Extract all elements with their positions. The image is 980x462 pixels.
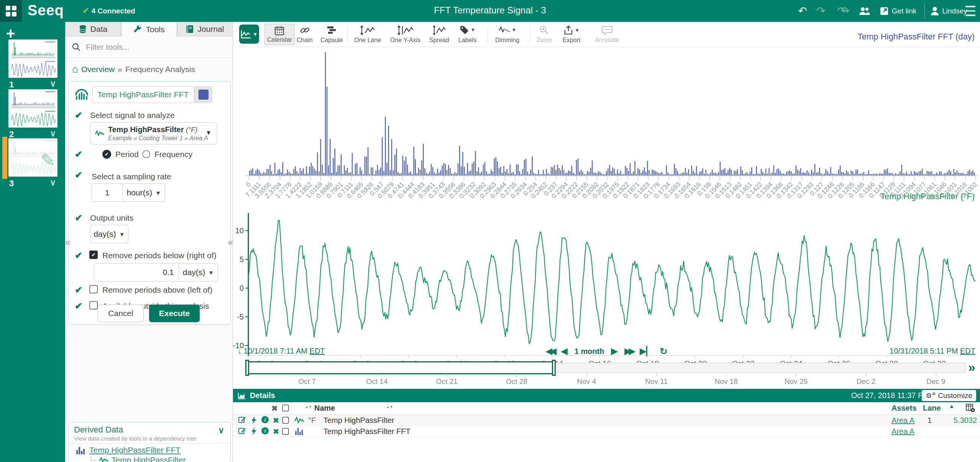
sampling-rate-unit-dropdown[interactable]: hour(s)▼ (123, 184, 165, 202)
remove-icon[interactable]: ✖ (273, 427, 279, 436)
execute-button[interactable]: Execute (149, 305, 200, 322)
sort-icon[interactable]: ▲▼ (305, 405, 312, 408)
bolt-icon[interactable] (251, 427, 257, 435)
tab-tools[interactable]: Tools (121, 22, 177, 36)
range-end-handle[interactable] (552, 360, 556, 376)
step-size-label[interactable]: 1 month (575, 347, 604, 356)
toolbar-one-y-axis-button[interactable]: One Y-Axis (388, 24, 423, 45)
signal-icon (294, 416, 304, 424)
worksheet-thumbnail-2[interactable] (8, 89, 57, 128)
toolbar-labels-button[interactable]: ▼ Labels (456, 24, 479, 45)
range-start-handle[interactable] (245, 360, 249, 376)
color-swatch-button[interactable] (194, 86, 213, 103)
edit-icon[interactable] (238, 416, 246, 424)
timezone-link[interactable]: EDT (960, 347, 975, 355)
breadcrumb-current: Frequency Analysis (125, 65, 195, 74)
time-range-selected-region[interactable] (247, 361, 554, 374)
step-to-end-button[interactable]: ▶▏ (640, 346, 653, 356)
derived-signal-link[interactable]: Temp HighPassFilter (112, 455, 186, 462)
assets-column-header[interactable]: Assets (891, 404, 917, 413)
details-row-signal[interactable]: i ✖ °F Temp HighPassFilter Area A 1 5.30… (233, 415, 980, 426)
undo-button[interactable]: ↶ (794, 0, 811, 22)
remove-below-input[interactable] (94, 264, 179, 281)
toolbar-spread-button[interactable]: Spread (427, 24, 451, 45)
sampling-rate-input[interactable] (92, 184, 123, 202)
derived-data-subtitle: View data created by tools in a dependen… (74, 435, 197, 442)
info-icon[interactable]: i (261, 416, 269, 423)
add-worksheet-button[interactable]: + (6, 26, 15, 40)
filter-tools-input[interactable] (85, 42, 213, 52)
toolbar-export-button[interactable]: ▼ Export (560, 24, 583, 45)
redo-button[interactable]: ↷ (813, 0, 829, 22)
sort-icon[interactable]: ▲▼ (386, 405, 393, 408)
top-bar: Seeq ✔4 Connected FFT Temperature Signal… (0, 0, 980, 22)
remove-icon[interactable]: ✖ (273, 416, 279, 425)
tool-name-input[interactable] (92, 86, 194, 103)
select-all-checkbox[interactable] (282, 405, 289, 411)
breadcrumb-overview-link[interactable]: Overview (81, 65, 115, 74)
display-range-start[interactable]: ↓ 10/1/2018 7:11 AM EDT (238, 347, 325, 356)
edit-icon[interactable] (238, 427, 246, 435)
sort-asc-icon[interactable]: ▲ (949, 403, 954, 409)
row-checkbox[interactable] (282, 428, 289, 435)
cancel-button[interactable]: Cancel (98, 305, 144, 322)
timezone-link[interactable]: EDT (310, 347, 325, 355)
name-column-header[interactable]: Name (314, 404, 335, 413)
customize-button[interactable]: ⚙⚙ Customize (922, 390, 976, 401)
worksheet-menu-chevron[interactable]: ∨ (50, 129, 56, 138)
home-icon[interactable]: ⌂ (72, 63, 78, 75)
available-outside-checkbox[interactable] (89, 301, 98, 310)
details-timestamp: Oct 27, 2018 11:37 PM (851, 391, 929, 400)
users-icon[interactable] (855, 0, 873, 22)
step-forward-many-button[interactable]: ▶▶ (624, 346, 633, 356)
tab-journal[interactable]: Journal (177, 22, 233, 36)
derived-fft-link[interactable]: Temp HighPassFilter FFT (89, 446, 181, 455)
remove-below-checkbox[interactable]: ✔ (89, 251, 98, 259)
add-column-icon[interactable] (966, 404, 975, 412)
slider-tick-label: Oct 28 (506, 377, 527, 386)
signal-select[interactable]: Temp HighPassFilter (°F) Example » Cooli… (90, 122, 217, 144)
toolbar-chain-button[interactable]: Chain (294, 24, 315, 45)
toolbar-calendar-button[interactable]: Calendar (264, 24, 295, 45)
remove-above-checkbox[interactable] (89, 285, 98, 293)
view-selector-button[interactable]: ▼ (239, 25, 259, 44)
one-lane-icon (360, 25, 375, 35)
auto-update-button[interactable]: » (968, 360, 975, 374)
hamburger-menu-button[interactable] (962, 0, 979, 22)
step-back-many-button[interactable]: ◀◀ (546, 346, 554, 356)
derived-data-panel: Derived Data View data created by tools … (68, 422, 231, 462)
row-asset-link[interactable]: Area A (891, 427, 914, 436)
tab-data[interactable]: Data (65, 22, 121, 36)
get-link-button[interactable]: Get link (877, 0, 919, 22)
toolbar-dimming-button[interactable]: ▼ Dimming (493, 24, 522, 45)
row-checkbox[interactable] (282, 417, 289, 424)
redo-all-icon[interactable]: ↷↷ (831, 0, 851, 22)
selected-worksheet-indicator (2, 137, 7, 179)
toolbar-capsule-button[interactable]: Capsule (318, 24, 345, 45)
collapse-chevron-icon[interactable]: ∨ (218, 426, 224, 436)
lane-column-header[interactable]: Lane (923, 404, 941, 413)
collapse-panel-arrow[interactable]: « (228, 236, 233, 248)
refresh-icon[interactable]: ↻ (660, 346, 667, 357)
display-range-end[interactable]: 10/31/2018 5:11 PM EDT (890, 347, 975, 356)
worksheet-menu-chevron[interactable]: ∨ (50, 80, 56, 88)
worksheet-menu-chevron[interactable]: ∨ (50, 179, 56, 187)
collapse-sidebar-arrow[interactable]: « (65, 236, 71, 248)
bolt-icon[interactable] (251, 416, 257, 424)
step-forward-button[interactable]: ▶ (611, 346, 618, 356)
toolbar-one-lane-button[interactable]: One Lane (352, 24, 383, 45)
fft-chart[interactable]: 07.11113.55562.37041.77781.42221.18521.0… (238, 49, 980, 207)
worksheet-thumbnail-3[interactable]: ✎ (8, 138, 57, 177)
remove-all-icon[interactable]: ✖ (271, 404, 278, 413)
output-units-dropdown[interactable]: day(s)▼ (90, 225, 128, 243)
row-asset-link[interactable]: Area A (891, 416, 914, 425)
frequency-radio[interactable] (142, 150, 150, 158)
info-icon[interactable]: i (261, 427, 269, 434)
period-radio[interactable]: ✔ (102, 150, 111, 159)
worksheet-thumbnail-1[interactable] (8, 39, 57, 78)
details-row-fft[interactable]: i ✖ Temp HighPassFilter FFT Area A (233, 426, 980, 437)
calendar-icon (274, 26, 284, 36)
remove-below-unit-dropdown[interactable]: day(s)▼ (179, 264, 218, 281)
step-back-button[interactable]: ◀ (561, 346, 568, 356)
toolbar-zoom-button: Zoom (534, 24, 555, 45)
